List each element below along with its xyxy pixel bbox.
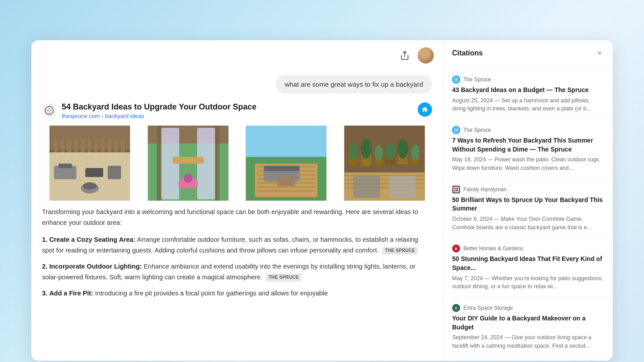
citation-tag-2[interactable]: THE SPRUCE	[266, 274, 301, 282]
backyard-image-1	[42, 126, 138, 201]
svg-point-70	[455, 79, 457, 80]
citation-title-1: 43 Backyard Ideas on a Budget — The Spru…	[452, 86, 604, 95]
response-area: 54 Backyard Ideas to Upgrade Your Outdoo…	[31, 102, 443, 361]
citation-source-row-2: The Spruce	[452, 126, 604, 134]
svg-point-59	[397, 139, 408, 159]
svg-rect-67	[353, 176, 380, 198]
citation-source-row-1: The Spruce	[452, 76, 604, 84]
citation-title-5: Your DIY Guide to a Backyard Makeover on…	[452, 314, 604, 332]
citation-source-name-3: Family Handyman	[463, 186, 507, 193]
svg-text:F: F	[455, 188, 458, 191]
citations-close-button[interactable]: ×	[595, 48, 604, 58]
citation-source-name-5: Extra Space Storage	[463, 305, 513, 311]
svg-rect-13	[108, 139, 111, 152]
citation-snippet-1: August 25, 2024 — Set up a hammock and a…	[452, 97, 604, 114]
svg-text:B: B	[455, 247, 458, 251]
list-item-1: 1. Create a Cozy Seating Area: Arrange c…	[42, 235, 432, 256]
svg-rect-43	[257, 186, 315, 188]
message-area: what are some great ways to fix up a bac…	[31, 71, 443, 102]
svg-point-1	[42, 103, 56, 118]
svg-point-72	[455, 129, 457, 131]
citation-title-3: 50 Brilliant Ways to Spruce Up Your Back…	[452, 196, 604, 213]
svg-rect-14	[114, 139, 118, 152]
svg-text:E: E	[455, 307, 458, 310]
svg-point-22	[83, 182, 97, 189]
citation-snippet-2: May 18, 2024 — Power wash the patio. Cle…	[452, 156, 604, 173]
svg-rect-12	[101, 139, 105, 152]
citation-title-2: 7 Ways to Refresh Your Backyard This Sum…	[452, 136, 604, 154]
citation-source-row-4: B Better Homes & Gardens	[452, 244, 604, 253]
citation-source-row-3: F Family Handyman	[452, 185, 604, 194]
right-panel: Citations × The Spruce 43 Backyard Ideas…	[443, 40, 613, 361]
citation-item-4[interactable]: B Better Homes & Gardens 50 Stunning Bac…	[443, 238, 613, 298]
citation-source-row-5: E Extra Space Storage	[452, 304, 604, 312]
citation-item-1[interactable]: The Spruce 43 Backyard Ideas on a Budget…	[443, 69, 613, 120]
svg-rect-9	[81, 139, 85, 152]
avatar	[418, 47, 434, 63]
citations-title: Citations	[452, 49, 483, 57]
citation-item-3[interactable]: F Family Handyman 50 Brilliant Ways to S…	[443, 179, 613, 239]
source-favicon-5: E	[452, 304, 460, 312]
svg-rect-46	[264, 166, 300, 171]
list-item-2: 2. Incorporate Outdoor Lighting: Enhance…	[42, 261, 432, 283]
citations-list: The Spruce 43 Backyard Ideas on a Budget…	[443, 66, 613, 361]
svg-rect-26	[157, 126, 161, 201]
svg-rect-5	[54, 139, 58, 152]
source-card: 54 Backyard Ideas to Upgrade Your Outdoo…	[62, 102, 412, 119]
svg-rect-18	[59, 164, 72, 168]
source-title: 54 Backyard Ideas to Upgrade Your Outdoo…	[62, 102, 412, 112]
citations-header: Citations ×	[443, 40, 613, 66]
svg-rect-35	[246, 126, 326, 157]
source-favicon-3: F	[452, 185, 460, 194]
svg-rect-15	[121, 139, 125, 152]
backyard-image-2	[140, 126, 236, 201]
response-intro: Transforming your backyard into a welcom…	[42, 207, 432, 228]
share-button[interactable]	[397, 48, 412, 63]
svg-rect-19	[85, 168, 103, 177]
citation-source-name-1: The Spruce	[463, 76, 491, 83]
user-message-text: what are some great ways to fix up a bac…	[285, 80, 423, 88]
top-bar	[31, 40, 443, 71]
svg-rect-11	[94, 139, 98, 152]
backyard-image-3	[238, 126, 334, 201]
citation-title-4: 50 Stunning Backyard Ideas That Fit Ever…	[452, 255, 604, 272]
main-container: what are some great ways to fix up a bac…	[31, 40, 613, 361]
svg-rect-33	[172, 157, 203, 164]
source-icon-button[interactable]	[418, 102, 432, 117]
citation-tag-1[interactable]: THE SPRUCE	[382, 247, 418, 255]
citation-snippet-4: May 7, 2024 — Whether you're looking for…	[452, 274, 604, 291]
source-favicon-2	[452, 126, 460, 134]
svg-rect-20	[108, 166, 121, 179]
citation-item-2[interactable]: The Spruce 7 Ways to Refresh Your Backya…	[443, 120, 613, 179]
svg-rect-6	[61, 139, 64, 152]
left-panel: what are some great ways to fix up a bac…	[31, 40, 443, 361]
response-list: 1. Create a Cozy Seating Area: Arrange c…	[42, 235, 432, 299]
svg-rect-27	[215, 126, 219, 201]
svg-point-53	[360, 139, 371, 159]
svg-rect-47	[277, 177, 295, 186]
source-favicon-4: B	[452, 244, 460, 253]
svg-point-57	[385, 142, 395, 160]
citation-item-5[interactable]: E Extra Space Storage Your DIY Guide to …	[443, 298, 613, 357]
backyard-image-4	[337, 126, 432, 201]
source-header-row: 54 Backyard Ideas to Upgrade Your Outdoo…	[42, 102, 432, 119]
citation-source-name-4: Better Homes & Gardens	[463, 245, 523, 252]
svg-rect-8	[74, 139, 78, 152]
image-grid	[42, 126, 432, 201]
list-item-3: 3. Add a Fire Pit: Introducing a fire pi…	[42, 288, 432, 299]
svg-point-55	[374, 145, 382, 161]
citation-snippet-5: September 24, 2024 — Give your outdoor l…	[452, 333, 604, 350]
svg-rect-7	[68, 139, 71, 152]
svg-rect-68	[389, 176, 415, 198]
citation-source-name-2: The Spruce	[463, 127, 491, 133]
svg-rect-10	[88, 139, 91, 152]
svg-point-51	[348, 143, 357, 160]
svg-point-61	[411, 144, 419, 160]
citation-snippet-3: October 6, 2024 — Make Your Own Cornhole…	[452, 215, 604, 232]
svg-point-32	[183, 174, 192, 183]
svg-rect-44	[257, 190, 315, 192]
openai-logo	[42, 103, 56, 118]
source-url[interactable]: thespruce.com › backyard ideas	[62, 113, 412, 119]
source-favicon-1	[452, 76, 460, 84]
user-message: what are some great ways to fix up a bac…	[276, 75, 432, 93]
